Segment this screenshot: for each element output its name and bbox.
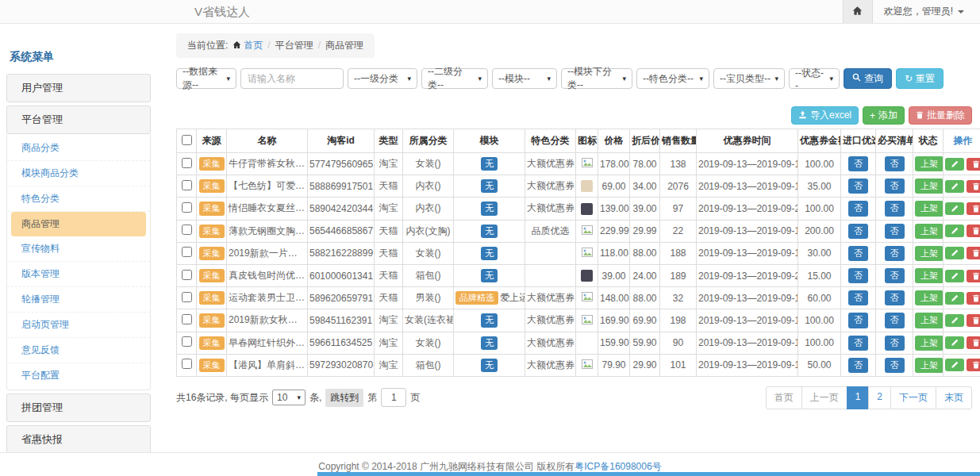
- filter-select-item-type[interactable]: --宝贝类型--▾: [713, 68, 785, 89]
- status-button[interactable]: 上架: [915, 313, 943, 328]
- per-page-select[interactable]: 10▾: [272, 390, 306, 405]
- filter-select-data-source[interactable]: --数据来源--▾: [176, 68, 236, 89]
- delete-button[interactable]: [967, 225, 980, 237]
- add-button[interactable]: +添加: [863, 106, 905, 125]
- home-button[interactable]: [843, 0, 873, 23]
- must-buy-button[interactable]: 否: [885, 178, 905, 194]
- sidebar-item-feature-category[interactable]: 特色分类: [7, 186, 150, 212]
- filter-select-module-sub-category[interactable]: --模块下分类--▾: [561, 68, 632, 89]
- edit-button[interactable]: [945, 180, 964, 193]
- page-button-prev-page[interactable]: 上一页: [801, 386, 847, 409]
- must-buy-button[interactable]: 否: [885, 313, 905, 328]
- row-checkbox[interactable]: [182, 180, 192, 190]
- page-button-next-page[interactable]: 下一页: [890, 386, 936, 409]
- import-choice-button[interactable]: 否: [848, 313, 868, 328]
- breadcrumb-home-link[interactable]: 首页: [244, 40, 263, 51]
- filter-select-feature-category[interactable]: --特色分类--▾: [636, 68, 709, 89]
- row-checkbox[interactable]: [182, 158, 192, 168]
- row-checkbox[interactable]: [182, 247, 192, 257]
- status-button[interactable]: 上架: [915, 246, 943, 261]
- row-checkbox[interactable]: [182, 359, 192, 369]
- page-button-page-2[interactable]: 2: [868, 386, 891, 409]
- status-button[interactable]: 上架: [915, 156, 943, 171]
- edit-button[interactable]: [945, 336, 964, 349]
- row-checkbox[interactable]: [182, 225, 192, 235]
- sidebar-item-platform-config[interactable]: 平台配置: [7, 363, 150, 388]
- import-choice-button[interactable]: 否: [848, 336, 868, 351]
- sidebar-item-express-news[interactable]: 省惠快报: [6, 425, 151, 452]
- edit-button[interactable]: [945, 359, 964, 371]
- row-checkbox[interactable]: [182, 270, 192, 280]
- edit-button[interactable]: [945, 270, 964, 282]
- page-button-last-page[interactable]: 末页: [936, 386, 972, 409]
- icp-link[interactable]: 粤ICP备16098006号: [575, 461, 661, 472]
- delete-button[interactable]: [967, 247, 980, 259]
- import-choice-button[interactable]: 否: [848, 156, 868, 171]
- page-button-first-page[interactable]: 首页: [766, 386, 802, 409]
- jump-page-input[interactable]: [381, 388, 406, 407]
- must-buy-button[interactable]: 否: [885, 290, 905, 305]
- sidebar-item-feedback[interactable]: 意见反馈: [7, 338, 150, 363]
- must-buy-button[interactable]: 否: [885, 246, 905, 261]
- delete-button[interactable]: [967, 336, 980, 349]
- must-buy-button[interactable]: 否: [885, 358, 905, 373]
- reset-button[interactable]: ↻重置: [896, 68, 943, 89]
- must-buy-button[interactable]: 否: [885, 156, 905, 171]
- status-button[interactable]: 上架: [915, 358, 943, 373]
- delete-button[interactable]: [967, 359, 980, 371]
- delete-button[interactable]: [967, 202, 980, 215]
- must-buy-button[interactable]: 否: [885, 336, 905, 351]
- must-buy-button[interactable]: 否: [885, 268, 905, 283]
- sidebar-item-version-management[interactable]: 版本管理: [7, 262, 150, 287]
- sidebar-item-promo-material[interactable]: 宣传物料: [7, 236, 150, 262]
- status-button[interactable]: 上架: [915, 336, 943, 351]
- row-checkbox[interactable]: [182, 336, 192, 347]
- edit-button[interactable]: [945, 314, 964, 327]
- sidebar-item-module-product-category[interactable]: 模块商品分类: [7, 161, 150, 186]
- edit-button[interactable]: [945, 247, 964, 259]
- edit-button[interactable]: [945, 225, 964, 237]
- sidebar-item-platform-management[interactable]: 平台管理: [6, 106, 151, 134]
- search-button[interactable]: 查询: [844, 68, 892, 89]
- must-buy-button[interactable]: 否: [885, 224, 905, 239]
- status-button[interactable]: 上架: [915, 268, 943, 283]
- sidebar-item-group-buy-management[interactable]: 拼团管理: [6, 393, 151, 422]
- row-checkbox[interactable]: [182, 202, 192, 213]
- status-button[interactable]: 上架: [915, 178, 943, 194]
- status-button[interactable]: 上架: [915, 224, 943, 239]
- edit-button[interactable]: [945, 202, 964, 215]
- row-checkbox[interactable]: [182, 314, 192, 324]
- user-menu[interactable]: 欢迎您，管理员!: [873, 0, 980, 23]
- filter-select-level1-category[interactable]: --一级分类▾: [348, 68, 417, 89]
- select-all-checkbox[interactable]: [182, 135, 192, 145]
- delete-button[interactable]: [967, 270, 980, 282]
- edit-button[interactable]: [945, 158, 964, 171]
- sidebar-item-product-category[interactable]: 商品分类: [7, 136, 150, 161]
- page-button-page-1[interactable]: 1: [847, 386, 870, 409]
- sidebar-item-user-management[interactable]: 用户管理: [6, 74, 151, 102]
- import-excel-button[interactable]: 导入excel: [791, 106, 859, 125]
- delete-button[interactable]: [967, 292, 980, 305]
- status-button[interactable]: 上架: [915, 201, 943, 216]
- import-choice-button[interactable]: 否: [848, 358, 868, 373]
- sidebar-item-splash-page-management[interactable]: 启动页管理: [7, 313, 150, 338]
- batch-delete-button[interactable]: 批量删除: [909, 106, 972, 125]
- import-choice-button[interactable]: 否: [848, 178, 868, 194]
- filter-select-module[interactable]: --模块--▾: [492, 68, 557, 89]
- import-choice-button[interactable]: 否: [848, 224, 868, 239]
- must-buy-button[interactable]: 否: [885, 201, 905, 216]
- sidebar-item-carousel-management[interactable]: 轮播管理: [7, 287, 150, 313]
- row-checkbox[interactable]: [182, 292, 192, 302]
- jump-button[interactable]: 跳转到: [325, 389, 363, 407]
- delete-button[interactable]: [967, 158, 980, 171]
- import-choice-button[interactable]: 否: [848, 246, 868, 261]
- filter-select-level2-category[interactable]: --二级分类--▾: [421, 68, 488, 89]
- edit-button[interactable]: [945, 292, 964, 305]
- delete-button[interactable]: [967, 180, 980, 193]
- name-search-input[interactable]: [240, 68, 344, 89]
- status-button[interactable]: 上架: [915, 290, 943, 305]
- delete-button[interactable]: [967, 314, 980, 327]
- import-choice-button[interactable]: 否: [848, 290, 868, 305]
- import-choice-button[interactable]: 否: [848, 201, 868, 216]
- filter-select-status[interactable]: --状态--▾: [789, 68, 840, 89]
